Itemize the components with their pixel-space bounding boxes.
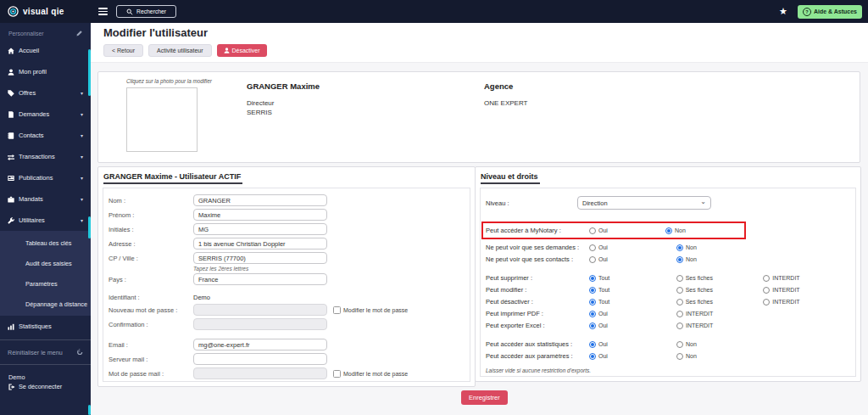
radio-icon[interactable]: [763, 275, 770, 282]
field-input-cp-ville[interactable]: [193, 252, 327, 264]
sidebar-item-publications[interactable]: Publications▾: [0, 167, 91, 188]
field-input-pays[interactable]: [193, 273, 327, 285]
radio-label: INTERDIT: [772, 287, 799, 293]
sidebar-scrollbar-segment[interactable]: [88, 49, 91, 96]
radio-option[interactable]: Oui: [589, 341, 676, 348]
rights-row-label: Peut accéder aux statistiques :: [486, 340, 589, 348]
radio-icon[interactable]: [589, 244, 596, 251]
chart-icon: [8, 323, 14, 330]
radio-option[interactable]: Tout: [589, 275, 676, 282]
radio-option[interactable]: Tout: [589, 299, 676, 306]
radio-option[interactable]: Non: [676, 244, 764, 251]
hamburger-menu-icon[interactable]: [98, 8, 108, 15]
field-input-serveur-mail[interactable]: [193, 353, 327, 365]
sidebar-item-contacts[interactable]: Contacts▾: [0, 125, 91, 146]
radio-icon[interactable]: [676, 341, 683, 348]
deactivate-button[interactable]: Désactiver: [217, 44, 267, 57]
radio-option[interactable]: Oui: [589, 322, 676, 329]
radio-selected-icon[interactable]: [676, 244, 683, 251]
radio-option[interactable]: INTERDIT: [763, 287, 850, 294]
field-input-email[interactable]: [193, 339, 327, 351]
sidebar-subitem-depannage-a-distance[interactable]: Dépannage à distance: [0, 294, 91, 314]
sidebar-item-statistiques[interactable]: Statistiques: [0, 316, 91, 337]
field-input-initiales[interactable]: [193, 223, 327, 235]
radio-icon[interactable]: [589, 227, 596, 234]
radio-selected-icon[interactable]: [589, 322, 596, 329]
sidebar-item-utilitaires[interactable]: Utilitaires▾: [0, 210, 91, 231]
field-input-confirmation[interactable]: [193, 318, 327, 330]
level-select[interactable]: Direction ⌄: [577, 196, 711, 210]
radio-icon[interactable]: [676, 322, 683, 329]
field-input-nom[interactable]: [193, 194, 327, 206]
logout-label: Se déconnecter: [19, 383, 62, 390]
radio-icon[interactable]: [676, 275, 683, 282]
radio-icon[interactable]: [763, 299, 770, 306]
sidebar-item-offres[interactable]: Offres▾: [0, 82, 91, 104]
radio-label: Non: [686, 341, 697, 347]
sidebar-item-demandes[interactable]: Demandes▾: [0, 104, 91, 125]
radio-option[interactable]: Tout: [589, 287, 676, 294]
back-button[interactable]: < Retour: [103, 44, 143, 57]
logout-button[interactable]: Se déconnecter: [8, 383, 82, 390]
radio-selected-icon[interactable]: [589, 299, 596, 306]
radio-label: Tout: [598, 299, 609, 305]
radio-option[interactable]: Non: [676, 341, 764, 348]
field-input-adresse[interactable]: [193, 238, 327, 250]
sidebar-divider: [0, 339, 91, 340]
field-label: Confirmation :: [108, 321, 193, 328]
export-limit-input-limite-d-export-des-offres[interactable]: [589, 376, 676, 377]
radio-icon[interactable]: [589, 256, 596, 263]
radio-option[interactable]: Ses fiches: [676, 275, 764, 282]
profile-photo[interactable]: [126, 87, 198, 152]
radio-option[interactable]: Oui: [589, 227, 665, 234]
radio-option[interactable]: Oui: [589, 256, 676, 263]
radio-option[interactable]: Non: [676, 256, 764, 263]
radio-selected-icon[interactable]: [589, 287, 596, 294]
radio-selected-icon[interactable]: [589, 311, 596, 317]
radio-selected-icon[interactable]: [665, 227, 672, 234]
radio-icon[interactable]: [676, 353, 683, 360]
radio-icon[interactable]: [763, 287, 770, 294]
radio-option[interactable]: Oui: [589, 353, 676, 360]
sidebar-scrollbar-segment[interactable]: [88, 216, 91, 238]
user-activity-button[interactable]: Activité utilisateur: [148, 44, 211, 57]
radio-icon[interactable]: [676, 299, 683, 306]
form-row: Serveur mail :: [108, 353, 465, 365]
search-button[interactable]: Rechercher: [116, 5, 176, 18]
save-button[interactable]: Enregistrer: [461, 390, 508, 405]
radio-option[interactable]: INTERDIT: [763, 299, 850, 306]
radio-icon[interactable]: [676, 287, 683, 294]
field-input-mot-de-passe-mail[interactable]: [193, 367, 327, 379]
radio-icon[interactable]: [676, 311, 683, 317]
modify-password-checkbox[interactable]: [333, 370, 341, 378]
modify-password-checkbox[interactable]: [333, 306, 341, 314]
field-input-prenom[interactable]: [193, 209, 327, 221]
radio-option[interactable]: INTERDIT: [676, 311, 764, 317]
sidebar-item-accueil[interactable]: Accueil: [0, 40, 91, 61]
radio-option[interactable]: INTERDIT: [676, 322, 764, 329]
radio-option[interactable]: Oui: [589, 311, 676, 317]
sidebar-personnaliser[interactable]: Personnaliser: [0, 23, 91, 40]
radio-option[interactable]: INTERDIT: [763, 275, 850, 282]
sidebar-item-mandats[interactable]: Mandats▾: [0, 188, 91, 210]
sidebar-reset-menu[interactable]: Réinitialiser le menu: [0, 343, 91, 362]
reset-menu-label: Réinitialiser le menu: [8, 349, 63, 356]
radio-option[interactable]: Non: [676, 353, 764, 360]
favorites-star-icon[interactable]: ★: [779, 7, 787, 16]
radio-option[interactable]: Non: [665, 227, 742, 234]
radio-option[interactable]: Ses fiches: [676, 299, 764, 306]
radio-selected-icon[interactable]: [589, 275, 596, 282]
radio-selected-icon[interactable]: [589, 353, 596, 360]
sidebar-item-transactions[interactable]: Transactions▾: [0, 146, 91, 167]
radio-selected-icon[interactable]: [589, 341, 596, 348]
sidebar-subitem-tableau-des-cles[interactable]: Tableau des clés: [0, 233, 91, 253]
sidebar-item-mon-profil[interactable]: Mon profil: [0, 61, 91, 82]
radio-option[interactable]: Ses fiches: [676, 287, 764, 294]
radio-option[interactable]: Oui: [589, 244, 676, 251]
radio-selected-icon[interactable]: [676, 256, 683, 263]
sidebar-subitem-parametres[interactable]: Paramètres: [0, 273, 91, 294]
sidebar-subitem-audit-des-saisies[interactable]: Audit des saisies: [0, 253, 91, 273]
help-button[interactable]: ? Aide & Astuces: [798, 5, 862, 19]
sidebar-scrollbar-segment[interactable]: [88, 405, 91, 415]
field-input-nouveau-mot-de-passe[interactable]: [193, 304, 327, 316]
